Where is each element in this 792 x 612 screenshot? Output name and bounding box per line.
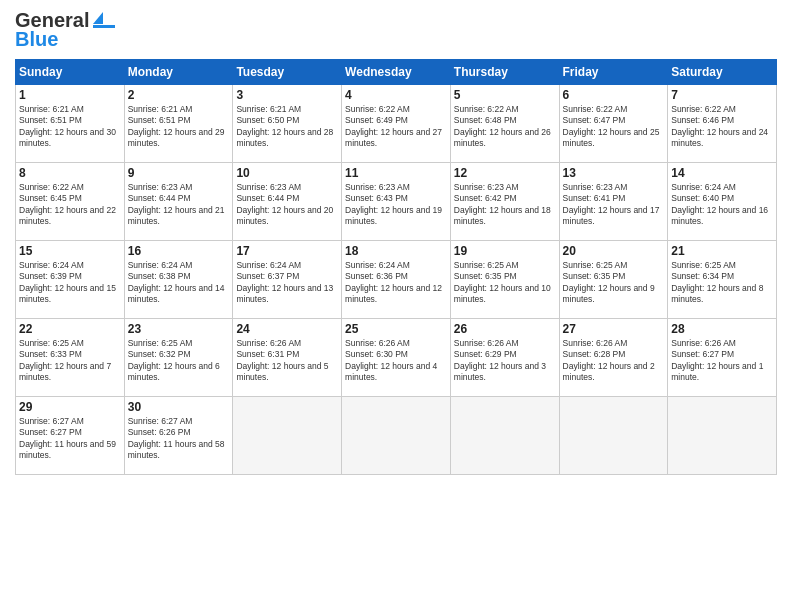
- calendar-cell: 2Sunrise: 6:21 AMSunset: 6:51 PMDaylight…: [124, 85, 233, 163]
- calendar-cell: 19Sunrise: 6:25 AMSunset: 6:35 PMDayligh…: [450, 241, 559, 319]
- calendar-cell: 24Sunrise: 6:26 AMSunset: 6:31 PMDayligh…: [233, 319, 342, 397]
- calendar-cell: 25Sunrise: 6:26 AMSunset: 6:30 PMDayligh…: [342, 319, 451, 397]
- day-number: 2: [128, 88, 230, 102]
- day-info: Sunrise: 6:24 AMSunset: 6:37 PMDaylight:…: [236, 260, 338, 306]
- day-number: 8: [19, 166, 121, 180]
- day-number: 1: [19, 88, 121, 102]
- logo-blue-text: Blue: [15, 28, 58, 51]
- day-info: Sunrise: 6:23 AMSunset: 6:44 PMDaylight:…: [236, 182, 338, 228]
- day-header-wednesday: Wednesday: [342, 60, 451, 85]
- day-number: 12: [454, 166, 556, 180]
- calendar-cell: [342, 397, 451, 475]
- calendar-cell: 20Sunrise: 6:25 AMSunset: 6:35 PMDayligh…: [559, 241, 668, 319]
- day-header-tuesday: Tuesday: [233, 60, 342, 85]
- day-info: Sunrise: 6:26 AMSunset: 6:29 PMDaylight:…: [454, 338, 556, 384]
- calendar-cell: 9Sunrise: 6:23 AMSunset: 6:44 PMDaylight…: [124, 163, 233, 241]
- day-info: Sunrise: 6:21 AMSunset: 6:50 PMDaylight:…: [236, 104, 338, 150]
- day-header-friday: Friday: [559, 60, 668, 85]
- day-header-saturday: Saturday: [668, 60, 777, 85]
- calendar-cell: [233, 397, 342, 475]
- calendar: SundayMondayTuesdayWednesdayThursdayFrid…: [15, 59, 777, 475]
- day-info: Sunrise: 6:21 AMSunset: 6:51 PMDaylight:…: [128, 104, 230, 150]
- day-info: Sunrise: 6:23 AMSunset: 6:44 PMDaylight:…: [128, 182, 230, 228]
- day-info: Sunrise: 6:24 AMSunset: 6:38 PMDaylight:…: [128, 260, 230, 306]
- day-number: 22: [19, 322, 121, 336]
- calendar-cell: 27Sunrise: 6:26 AMSunset: 6:28 PMDayligh…: [559, 319, 668, 397]
- calendar-cell: 18Sunrise: 6:24 AMSunset: 6:36 PMDayligh…: [342, 241, 451, 319]
- day-info: Sunrise: 6:22 AMSunset: 6:49 PMDaylight:…: [345, 104, 447, 150]
- day-header-thursday: Thursday: [450, 60, 559, 85]
- day-number: 14: [671, 166, 773, 180]
- day-number: 27: [563, 322, 665, 336]
- day-info: Sunrise: 6:25 AMSunset: 6:34 PMDaylight:…: [671, 260, 773, 306]
- day-number: 17: [236, 244, 338, 258]
- calendar-cell: 21Sunrise: 6:25 AMSunset: 6:34 PMDayligh…: [668, 241, 777, 319]
- calendar-cell: 22Sunrise: 6:25 AMSunset: 6:33 PMDayligh…: [16, 319, 125, 397]
- day-info: Sunrise: 6:23 AMSunset: 6:42 PMDaylight:…: [454, 182, 556, 228]
- calendar-cell: 6Sunrise: 6:22 AMSunset: 6:47 PMDaylight…: [559, 85, 668, 163]
- day-info: Sunrise: 6:22 AMSunset: 6:47 PMDaylight:…: [563, 104, 665, 150]
- day-info: Sunrise: 6:21 AMSunset: 6:51 PMDaylight:…: [19, 104, 121, 150]
- day-number: 20: [563, 244, 665, 258]
- day-number: 6: [563, 88, 665, 102]
- day-info: Sunrise: 6:25 AMSunset: 6:35 PMDaylight:…: [563, 260, 665, 306]
- calendar-cell: 30Sunrise: 6:27 AMSunset: 6:26 PMDayligh…: [124, 397, 233, 475]
- calendar-cell: 5Sunrise: 6:22 AMSunset: 6:48 PMDaylight…: [450, 85, 559, 163]
- day-number: 23: [128, 322, 230, 336]
- calendar-cell: [450, 397, 559, 475]
- calendar-cell: 17Sunrise: 6:24 AMSunset: 6:37 PMDayligh…: [233, 241, 342, 319]
- day-number: 29: [19, 400, 121, 414]
- day-number: 13: [563, 166, 665, 180]
- calendar-cell: 12Sunrise: 6:23 AMSunset: 6:42 PMDayligh…: [450, 163, 559, 241]
- day-info: Sunrise: 6:22 AMSunset: 6:45 PMDaylight:…: [19, 182, 121, 228]
- day-info: Sunrise: 6:23 AMSunset: 6:41 PMDaylight:…: [563, 182, 665, 228]
- day-info: Sunrise: 6:22 AMSunset: 6:48 PMDaylight:…: [454, 104, 556, 150]
- calendar-cell: 28Sunrise: 6:26 AMSunset: 6:27 PMDayligh…: [668, 319, 777, 397]
- day-info: Sunrise: 6:23 AMSunset: 6:43 PMDaylight:…: [345, 182, 447, 228]
- calendar-cell: 26Sunrise: 6:26 AMSunset: 6:29 PMDayligh…: [450, 319, 559, 397]
- day-number: 28: [671, 322, 773, 336]
- day-number: 5: [454, 88, 556, 102]
- calendar-cell: 1Sunrise: 6:21 AMSunset: 6:51 PMDaylight…: [16, 85, 125, 163]
- day-number: 18: [345, 244, 447, 258]
- calendar-cell: 11Sunrise: 6:23 AMSunset: 6:43 PMDayligh…: [342, 163, 451, 241]
- calendar-cell: [559, 397, 668, 475]
- day-number: 9: [128, 166, 230, 180]
- day-header-sunday: Sunday: [16, 60, 125, 85]
- calendar-cell: 13Sunrise: 6:23 AMSunset: 6:41 PMDayligh…: [559, 163, 668, 241]
- calendar-cell: 3Sunrise: 6:21 AMSunset: 6:50 PMDaylight…: [233, 85, 342, 163]
- calendar-cell: 8Sunrise: 6:22 AMSunset: 6:45 PMDaylight…: [16, 163, 125, 241]
- day-number: 4: [345, 88, 447, 102]
- day-info: Sunrise: 6:22 AMSunset: 6:46 PMDaylight:…: [671, 104, 773, 150]
- day-info: Sunrise: 6:24 AMSunset: 6:40 PMDaylight:…: [671, 182, 773, 228]
- day-info: Sunrise: 6:24 AMSunset: 6:39 PMDaylight:…: [19, 260, 121, 306]
- day-number: 26: [454, 322, 556, 336]
- day-info: Sunrise: 6:27 AMSunset: 6:26 PMDaylight:…: [128, 416, 230, 462]
- day-number: 25: [345, 322, 447, 336]
- calendar-cell: 10Sunrise: 6:23 AMSunset: 6:44 PMDayligh…: [233, 163, 342, 241]
- calendar-cell: 4Sunrise: 6:22 AMSunset: 6:49 PMDaylight…: [342, 85, 451, 163]
- calendar-cell: 7Sunrise: 6:22 AMSunset: 6:46 PMDaylight…: [668, 85, 777, 163]
- day-number: 15: [19, 244, 121, 258]
- calendar-cell: [668, 397, 777, 475]
- calendar-cell: 16Sunrise: 6:24 AMSunset: 6:38 PMDayligh…: [124, 241, 233, 319]
- day-info: Sunrise: 6:25 AMSunset: 6:33 PMDaylight:…: [19, 338, 121, 384]
- day-number: 30: [128, 400, 230, 414]
- logo: General Blue: [15, 10, 115, 51]
- day-number: 10: [236, 166, 338, 180]
- day-info: Sunrise: 6:24 AMSunset: 6:36 PMDaylight:…: [345, 260, 447, 306]
- day-number: 3: [236, 88, 338, 102]
- day-number: 11: [345, 166, 447, 180]
- day-info: Sunrise: 6:26 AMSunset: 6:28 PMDaylight:…: [563, 338, 665, 384]
- day-header-monday: Monday: [124, 60, 233, 85]
- day-number: 24: [236, 322, 338, 336]
- day-info: Sunrise: 6:26 AMSunset: 6:31 PMDaylight:…: [236, 338, 338, 384]
- day-info: Sunrise: 6:26 AMSunset: 6:30 PMDaylight:…: [345, 338, 447, 384]
- day-info: Sunrise: 6:25 AMSunset: 6:32 PMDaylight:…: [128, 338, 230, 384]
- calendar-cell: 29Sunrise: 6:27 AMSunset: 6:27 PMDayligh…: [16, 397, 125, 475]
- day-number: 19: [454, 244, 556, 258]
- day-info: Sunrise: 6:25 AMSunset: 6:35 PMDaylight:…: [454, 260, 556, 306]
- calendar-cell: 14Sunrise: 6:24 AMSunset: 6:40 PMDayligh…: [668, 163, 777, 241]
- calendar-cell: 23Sunrise: 6:25 AMSunset: 6:32 PMDayligh…: [124, 319, 233, 397]
- day-info: Sunrise: 6:27 AMSunset: 6:27 PMDaylight:…: [19, 416, 121, 462]
